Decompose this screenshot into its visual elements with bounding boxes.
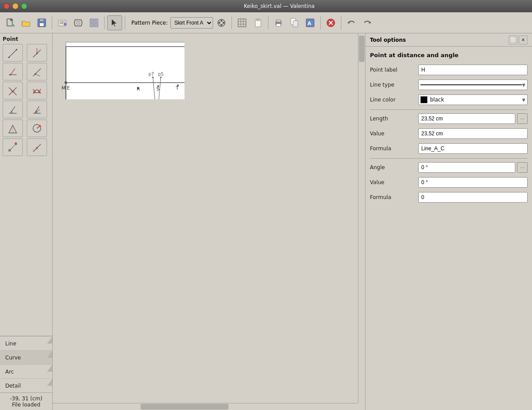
horizontal-scroll-thumb[interactable] — [141, 404, 228, 410]
angle-label: Angle — [370, 164, 418, 171]
svg-rect-33 — [276, 24, 281, 26]
svg-point-4 — [12, 24, 14, 27]
point-label-label: Point label — [370, 67, 418, 73]
draw-mode-button[interactable] — [55, 15, 70, 30]
tool-angle2[interactable] — [27, 101, 47, 118]
line-type-select[interactable]: ▼ — [418, 80, 528, 90]
clipboard-button[interactable] — [250, 15, 265, 30]
tool-point-line[interactable] — [27, 138, 47, 156]
point-label-input[interactable] — [418, 65, 528, 75]
svg-text:T: T — [175, 85, 179, 91]
navigate-button[interactable] — [214, 15, 229, 30]
svg-line-53 — [36, 74, 40, 76]
right-panel: Tool options ⬜ × Point at distance and a… — [365, 33, 532, 410]
tool-angle[interactable] — [3, 101, 23, 118]
point-options-title: Point at distance and angle — [370, 52, 528, 58]
svg-point-59 — [38, 91, 40, 93]
tab-arc[interactable]: Arc — [0, 364, 52, 378]
redo-button[interactable] — [360, 15, 375, 30]
minimize-window-btn[interactable] — [12, 3, 18, 9]
angle-formula-row: Formula — [370, 192, 528, 203]
tool-perp-line[interactable] — [27, 63, 47, 80]
svg-point-58 — [33, 91, 36, 93]
tab-line[interactable]: Line — [0, 336, 52, 350]
length-label: Length — [370, 116, 418, 122]
svg-line-70 — [10, 144, 16, 150]
new-file-button[interactable] — [3, 15, 18, 30]
tool-point-on-arc[interactable] — [27, 120, 47, 137]
status-message: File loaded — [12, 402, 40, 408]
svg-marker-13 — [76, 22, 80, 24]
svg-line-50 — [11, 69, 15, 75]
angle-input-wrapper: ··· — [418, 162, 528, 173]
svg-text:M: M — [62, 85, 66, 91]
toolbar-sep-5 — [268, 16, 268, 29]
toolbar-sep-4 — [232, 16, 232, 29]
panel-restore-btn[interactable]: ⬜ — [509, 36, 518, 44]
undo-button[interactable] — [344, 15, 359, 30]
print-button[interactable] — [271, 15, 286, 30]
piece-mode-button[interactable] — [71, 15, 86, 30]
tools-grid — [3, 44, 50, 156]
pattern-canvas[interactable]: E M A L C K R S T U — [53, 33, 185, 99]
tools-panel: Point — [0, 33, 53, 410]
tool-options-header: Tool options ⬜ × — [366, 33, 532, 47]
svg-rect-7 — [40, 23, 44, 26]
angle-value-input[interactable] — [418, 177, 528, 188]
export-button[interactable]: A — [303, 15, 318, 30]
toolbar-sep-3 — [125, 16, 125, 29]
tool-point-move[interactable] — [3, 138, 23, 156]
tab-curve[interactable]: Curve — [0, 350, 52, 364]
length-formula-label: Formula — [370, 145, 418, 152]
close-pattern-button[interactable] — [323, 15, 338, 30]
point-options-panel: Point at distance and angle Point label … — [366, 47, 532, 212]
point-label-row: Point label — [370, 65, 528, 75]
grid-button[interactable] — [235, 15, 250, 30]
canvas-container[interactable]: E M A L C K R S T U — [53, 33, 365, 410]
cursor-tool-button[interactable] — [107, 15, 122, 30]
tab-detail[interactable]: Detail — [0, 378, 52, 392]
open-file-button[interactable] — [18, 15, 33, 30]
layout-mode-button[interactable] — [87, 15, 101, 30]
close-window-btn[interactable] — [4, 3, 10, 9]
angle-formula-label: Formula — [370, 194, 418, 200]
svg-text:p5: p5 — [158, 72, 164, 76]
main-area: Point — [0, 33, 532, 410]
toolbar-sep-7 — [341, 16, 341, 29]
angle-formula-input[interactable] — [418, 192, 528, 203]
angle-value-display[interactable] — [418, 162, 515, 173]
length-value-display[interactable] — [418, 113, 515, 124]
line-color-select[interactable]: black ▼ — [418, 94, 528, 105]
toolbar: Pattern Piece: Skirt Front A A — [0, 12, 532, 33]
vertical-scroll-thumb[interactable] — [359, 36, 365, 62]
length-row: Length ··· — [370, 113, 528, 124]
svg-rect-14 — [90, 19, 94, 22]
angle-row: Angle ··· — [370, 162, 528, 173]
length-value-input[interactable] — [418, 128, 528, 139]
tool-measure[interactable] — [3, 120, 23, 137]
vertical-scrollbar[interactable] — [358, 33, 365, 403]
tool-intersect[interactable] — [3, 82, 23, 99]
svg-rect-78 — [66, 42, 185, 99]
tool-intersect2[interactable] — [27, 82, 47, 99]
maximize-window-btn[interactable] — [21, 3, 27, 9]
line-type-arrow: ▼ — [522, 83, 525, 87]
tool-options-title: Tool options — [370, 37, 406, 43]
panel-close-btn[interactable]: × — [519, 36, 528, 44]
pattern-piece-select[interactable]: Skirt Front A — [170, 17, 213, 29]
toolbar-sep-2 — [104, 16, 105, 29]
window-title: Keiko_skirt.val — Valentina — [30, 3, 528, 9]
svg-point-44 — [8, 57, 10, 58]
tool-angle-line[interactable] — [3, 63, 23, 80]
color-swatch-black — [420, 96, 427, 103]
horizontal-scrollbar[interactable] — [53, 403, 358, 410]
line-type-label: Line type — [370, 82, 418, 88]
angle-formula-btn[interactable]: ··· — [517, 162, 528, 173]
length-formula-btn[interactable]: ··· — [517, 113, 528, 124]
statusbar: -39, 31 (cm) File loaded — [0, 392, 52, 410]
tool-line-point[interactable] — [3, 44, 23, 62]
page-button[interactable] — [287, 15, 302, 30]
length-formula-input[interactable] — [418, 143, 528, 154]
save-file-button[interactable] — [34, 15, 49, 30]
tool-along-line[interactable] — [27, 44, 47, 62]
